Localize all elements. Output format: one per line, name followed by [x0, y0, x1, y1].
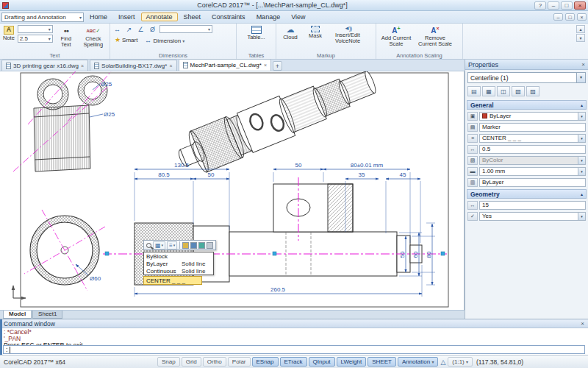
aligned-dimension-icon[interactable]: ↗ [124, 25, 134, 34]
toggle-qinput[interactable]: QInput [309, 357, 335, 367]
property-row-lineweight: ▬ 1.00 mm [465, 166, 588, 177]
context-toolbar: ▦▾ ≡▾ [143, 240, 216, 250]
menu-constraints[interactable]: Constraints [207, 13, 251, 21]
printstyle-combo[interactable]: ByColor [479, 156, 586, 165]
transparency-field[interactable]: ByLayer [479, 178, 586, 187]
linear-dimension-icon[interactable]: ↔ [112, 25, 122, 34]
toggle-polar[interactable]: Polar [228, 357, 251, 367]
group-label-markup: Markup [276, 52, 376, 59]
add-current-scale-button[interactable]: A+ Add Current Scale [379, 25, 414, 48]
drawing-svg[interactable]: 130.5 50 80±0.01 mm 80.5 50 35 45 260.5 … [0, 71, 465, 310]
toggle-esnap[interactable]: ESnap [252, 357, 279, 367]
ribbon-options-icon[interactable]: ▾ [576, 34, 585, 42]
linescale-field[interactable]: 0.5 [479, 145, 586, 154]
command-window-close-icon[interactable]: × [581, 320, 584, 327]
tab-close-icon[interactable]: × [81, 63, 84, 68]
document-tab-2[interactable]: SolarBuilding-BX17.dwg* × [90, 60, 176, 71]
shown-combo[interactable]: Yes [479, 212, 586, 221]
transparency-icon[interactable] [207, 242, 213, 249]
help-icon[interactable]: ? [534, 1, 546, 10]
toggle-lweight[interactable]: LWeight [337, 357, 367, 367]
check-spelling-button[interactable]: ABC✓ Check Spelling [79, 25, 107, 49]
angular-dimension-icon[interactable]: ∠ [136, 25, 146, 34]
linestyle-option-byblock[interactable]: ByBlock [144, 252, 213, 260]
palette-grip[interactable] [0, 319, 2, 355]
corelcad-logo [2, 2, 9, 9]
linestyle-option-bylayer[interactable]: ByLayerSolid line [144, 260, 213, 267]
maximize-icon[interactable]: □ [561, 1, 573, 10]
drawing-canvas[interactable]: 130.5 50 80±0.01 mm 80.5 50 35 45 260.5 … [0, 71, 465, 310]
remove-current-scale-button[interactable]: A× Remove Current Scale [416, 25, 454, 48]
voicenote-button[interactable]: ◄)) Insert/Edit VoiceNote [329, 25, 367, 45]
zoom-icon[interactable] [146, 241, 151, 250]
select-matching-icon[interactable]: ◫ [497, 86, 510, 96]
toggle-etrack[interactable]: ETrack [280, 357, 307, 367]
selection-combo[interactable]: Centerline (1) [467, 72, 586, 83]
document-tab-active[interactable]: MechPart-sample_CL.dwg* × [179, 59, 271, 71]
deselect-icon[interactable]: ▧ [512, 86, 525, 96]
menu-insert[interactable]: Insert [113, 13, 140, 21]
dimension-style-combo[interactable] [159, 25, 212, 33]
scale-selector[interactable]: (1:1) ▾ [448, 357, 473, 367]
workspace-switcher[interactable]: Drafting and Annotation [1, 13, 84, 22]
find-text-button[interactable]: ●● Find Text [55, 25, 77, 49]
minimize-icon[interactable]: – [548, 1, 559, 10]
doc-close-icon[interactable]: × [577, 13, 587, 21]
linestyle-option-continuous[interactable]: ContinuousSolid line [144, 267, 213, 275]
app-version-label: CorelCAD 2017™ x64 [4, 358, 65, 366]
table-button[interactable]: Table... [239, 25, 273, 41]
close-icon[interactable]: × [574, 1, 586, 10]
diameter-dimension-icon[interactable]: Ø [148, 25, 157, 34]
doc-minimize-icon[interactable]: – [553, 13, 563, 21]
filter-icon[interactable]: ▤ [467, 86, 481, 96]
toggle-ortho[interactable]: Ortho [203, 357, 226, 367]
document-tab-1[interactable]: 3D printing gear x16.dwg × [1, 60, 88, 71]
linestyle-dropdown[interactable]: ≡▾ [167, 241, 177, 250]
mask-button[interactable]: Mask [304, 25, 326, 40]
linestyle-selected-field[interactable]: CENTER _ _ _ [143, 276, 202, 285]
options-icon[interactable]: ▨ [526, 86, 539, 96]
menu-annotate[interactable]: Annotate [141, 13, 178, 21]
command-input[interactable]: : [3, 345, 585, 354]
layer-dropdown[interactable]: ▦▾ [153, 241, 165, 250]
menu-view[interactable]: View [286, 13, 310, 21]
toggle-grid[interactable]: Grid [182, 357, 201, 367]
menu-sheet[interactable]: Sheet [179, 13, 207, 21]
note-icon: A [4, 26, 14, 35]
doc-restore-icon[interactable]: □ [565, 13, 575, 21]
note-button[interactable]: A Note [2, 25, 15, 42]
text-caret [10, 347, 10, 353]
text-style-combo[interactable] [18, 25, 53, 33]
model-tab[interactable]: Model [3, 311, 32, 319]
text-size-combo[interactable]: 2.5 [18, 35, 53, 43]
toggle-sheet[interactable]: SHEET [368, 357, 396, 367]
layer-field[interactable]: Marker [479, 123, 586, 132]
tab-close-icon[interactable]: × [169, 63, 172, 68]
tab-close-icon[interactable]: × [264, 63, 267, 68]
length-field[interactable]: 15 [479, 201, 586, 210]
menu-home[interactable]: Home [85, 13, 112, 21]
entity-color-icon[interactable] [182, 242, 189, 249]
linestyle-combo[interactable]: CENTER _ _ _ [479, 134, 586, 143]
color-combo[interactable]: ByLayer [479, 112, 586, 121]
section-geometry[interactable]: Geometry▴ [467, 189, 587, 199]
property-row-linescale: ↔ 0.5 [465, 144, 588, 155]
dimension-dropdown-button[interactable]: ↔ Dimension ▾ [142, 35, 187, 46]
smart-dimension-button[interactable]: ★ Smart [112, 35, 140, 44]
toggle-snap[interactable]: Snap [157, 357, 180, 367]
section-general[interactable]: General▴ [467, 100, 587, 110]
quick-select-icon[interactable]: ▦ [482, 86, 495, 96]
menu-manage[interactable]: Manage [251, 13, 286, 21]
hatch-icon[interactable] [198, 242, 205, 249]
cloud-button[interactable]: ☁ Cloud [279, 25, 302, 41]
linestyle-list: ByBlock ByLayerSolid line ContinuousSoli… [143, 252, 214, 275]
ribbon-collapse-icon[interactable]: ▴ [576, 25, 585, 33]
lineweight-icon[interactable] [190, 242, 197, 249]
annotation-scale-icon: △ [440, 358, 445, 366]
sheet1-tab[interactable]: Sheet1 [32, 311, 62, 319]
lineweight-combo[interactable]: 1.00 mm [479, 167, 586, 176]
panel-close-icon[interactable]: × [581, 61, 585, 68]
annotation-menu-button[interactable]: Annotation ▾ [398, 357, 439, 367]
new-tab-button[interactable]: + [273, 61, 282, 71]
mask-icon [311, 26, 320, 32]
